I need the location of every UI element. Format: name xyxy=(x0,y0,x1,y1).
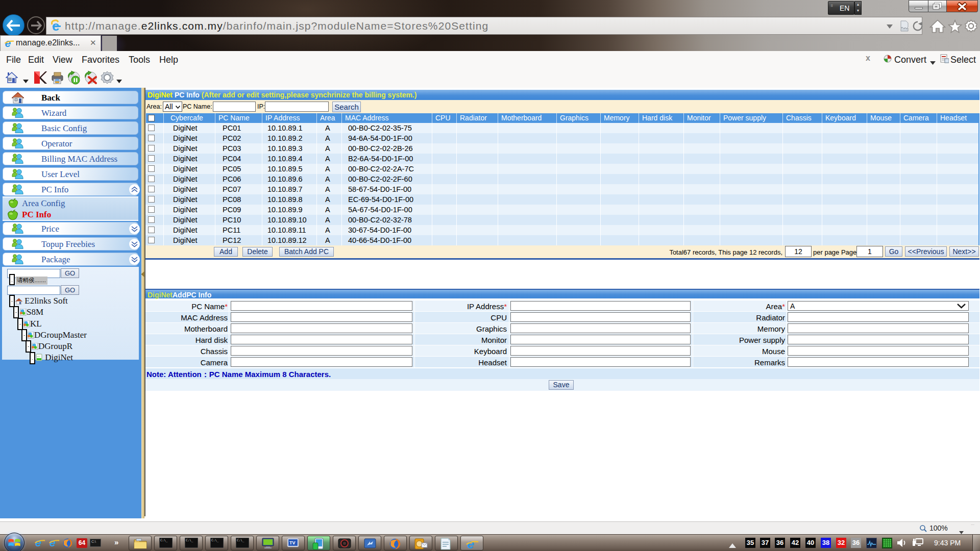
svg-text:C:\_: C:\_ xyxy=(237,538,244,542)
svg-text:TV: TV xyxy=(289,540,296,545)
svg-text:C:\_: C:\_ xyxy=(160,538,168,542)
svg-text:C:\_: C:\_ xyxy=(186,538,193,542)
svg-text:C:\_: C:\_ xyxy=(211,538,219,542)
svg-text:e: e xyxy=(467,538,474,551)
